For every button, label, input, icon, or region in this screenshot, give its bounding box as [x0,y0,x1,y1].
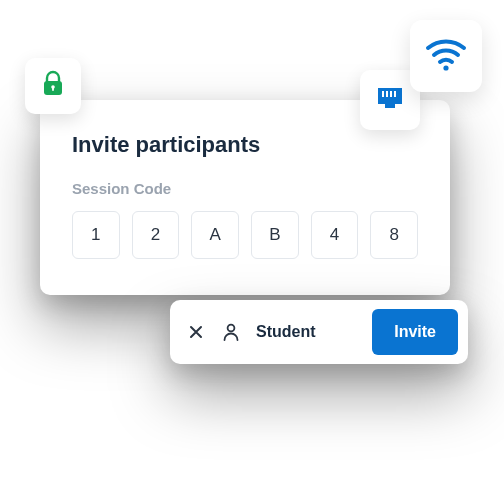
svg-rect-5 [386,91,388,97]
svg-point-3 [443,65,448,70]
svg-rect-4 [382,91,384,97]
code-box[interactable]: 4 [311,211,359,259]
svg-point-8 [228,325,235,332]
wifi-tile [410,20,482,92]
code-box[interactable]: 8 [370,211,418,259]
svg-rect-2 [52,87,54,91]
role-label: Student [256,323,358,341]
close-icon[interactable] [186,322,206,342]
wifi-icon [424,36,468,76]
invite-button[interactable]: Invite [372,309,458,355]
invite-bar: Student Invite [170,300,468,364]
session-code-label: Session Code [72,180,418,197]
code-box[interactable]: 2 [132,211,180,259]
ethernet-icon [375,85,405,115]
person-icon [220,321,242,343]
lock-tile [25,58,81,114]
code-box[interactable]: A [191,211,239,259]
session-code-row: 1 2 A B 4 8 [72,211,418,259]
invite-title: Invite participants [72,132,418,158]
lock-icon [40,70,66,102]
code-box[interactable]: B [251,211,299,259]
code-box[interactable]: 1 [72,211,120,259]
svg-rect-7 [394,91,396,97]
svg-rect-6 [390,91,392,97]
